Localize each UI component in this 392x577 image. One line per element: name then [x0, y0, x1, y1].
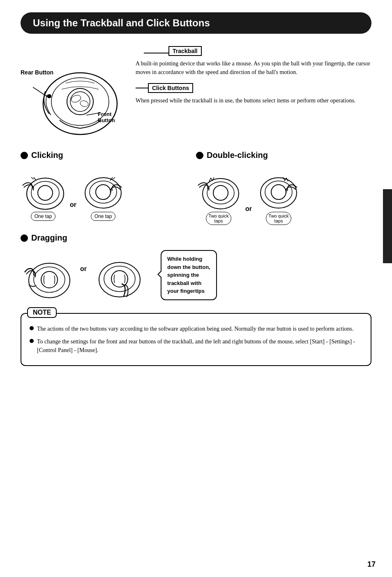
- svg-point-26: [34, 267, 65, 292]
- click-buttons-label: Click Buttons: [148, 83, 193, 93]
- svg-point-5: [80, 100, 89, 108]
- diagram-section: Rear Button: [21, 46, 371, 142]
- clicking-col: Clicking: [21, 151, 196, 225]
- diagram-left: Rear Button: [21, 46, 127, 142]
- svg-point-8: [47, 94, 51, 98]
- clicking-bullet: [21, 152, 28, 159]
- svg-point-11: [38, 185, 53, 200]
- or-text-1: or: [70, 201, 76, 209]
- note-bullet-2: [30, 339, 34, 343]
- svg-point-19: [203, 178, 239, 209]
- page-number: 17: [367, 560, 376, 569]
- page-title: Using the Trackball and Click Buttons: [33, 17, 210, 29]
- one-tap-label-2: One tap: [91, 212, 116, 221]
- svg-line-18: [113, 177, 115, 179]
- one-tap-label-1: One tap: [31, 212, 56, 221]
- title-bar: Using the Trackball and Click Buttons: [21, 12, 371, 34]
- dragging-heading: Dragging: [21, 233, 371, 243]
- click-rear-svg: [21, 165, 66, 210]
- dragging-images: or While holding down the button, spin: [21, 248, 371, 303]
- or-text-2: or: [245, 205, 252, 213]
- double-clicking-bullet: [196, 152, 203, 159]
- click-front-svg: [81, 165, 126, 210]
- device-svg: [33, 50, 127, 141]
- note-section: NOTE The actions of the two buttons vary…: [21, 313, 371, 366]
- two-quick-taps-label-2: Two quicktaps: [266, 212, 292, 225]
- svg-line-13: [31, 177, 34, 179]
- clicking-heading: Clicking: [21, 151, 196, 160]
- dragging-img1: [21, 248, 74, 303]
- double-click-img1: Two quicktaps: [196, 165, 241, 225]
- note-item-1: The actions of the two buttons vary acco…: [30, 324, 362, 333]
- double-clicking-heading: Double-clicking: [196, 151, 371, 160]
- note-label: NOTE: [27, 307, 57, 318]
- svg-point-29: [104, 266, 135, 292]
- svg-point-2: [67, 88, 93, 115]
- double-click-front-svg: [256, 165, 301, 210]
- right-side-bar: [383, 189, 392, 263]
- note-item-2: To change the settings for the front and…: [30, 337, 362, 355]
- double-click-rear-svg: [196, 165, 241, 210]
- double-clicking-images: Two quicktaps or Two quickt: [196, 165, 371, 225]
- trackball-description: A built-in pointing device that works li…: [136, 59, 371, 76]
- drag-rear-svg: [21, 248, 74, 301]
- note-bullet-1: [30, 326, 34, 330]
- svg-point-10: [31, 181, 59, 204]
- dragging-speech-bubble: While holding down the button, spinning …: [161, 250, 217, 300]
- svg-point-16: [96, 185, 111, 199]
- svg-point-22: [261, 178, 297, 208]
- page-container: Using the Trackball and Click Buttons Re…: [0, 0, 392, 577]
- svg-point-14: [85, 178, 121, 208]
- svg-point-3: [70, 92, 90, 111]
- trackball-label: Trackball: [168, 46, 202, 56]
- svg-line-12: [34, 177, 36, 181]
- or-text-3: or: [80, 265, 87, 273]
- trackball-device-illustration: Front Button: [33, 50, 127, 142]
- svg-point-24: [271, 185, 286, 199]
- click-buttons-label-section: Click Buttons: [136, 83, 371, 93]
- double-clicking-col: Double-clicking Two quicktaps: [196, 151, 371, 225]
- front-button-label: Front Button: [98, 111, 127, 123]
- trackball-label-section: Trackball: [136, 46, 371, 56]
- diagram-right: Trackball A built-in pointing device tha…: [127, 46, 371, 142]
- drag-front-svg: [93, 248, 146, 301]
- click-buttons-description: When pressed while the trackball is in u…: [136, 96, 371, 105]
- dragging-img2: [93, 248, 146, 303]
- svg-point-4: [70, 94, 82, 103]
- two-quick-taps-label-1: Two quicktaps: [206, 212, 232, 225]
- note-items: The actions of the two buttons vary acco…: [30, 324, 362, 355]
- double-click-img2: Two quicktaps: [256, 165, 301, 225]
- clicking-img2: One tap: [81, 165, 126, 221]
- dragging-bullet: [21, 234, 28, 242]
- svg-point-21: [213, 185, 228, 200]
- clicking-images: One tap or One: [21, 165, 196, 221]
- dragging-section: Dragging or: [21, 233, 371, 303]
- action-sections: Clicking: [21, 151, 371, 225]
- clicking-img1: One tap: [21, 165, 66, 221]
